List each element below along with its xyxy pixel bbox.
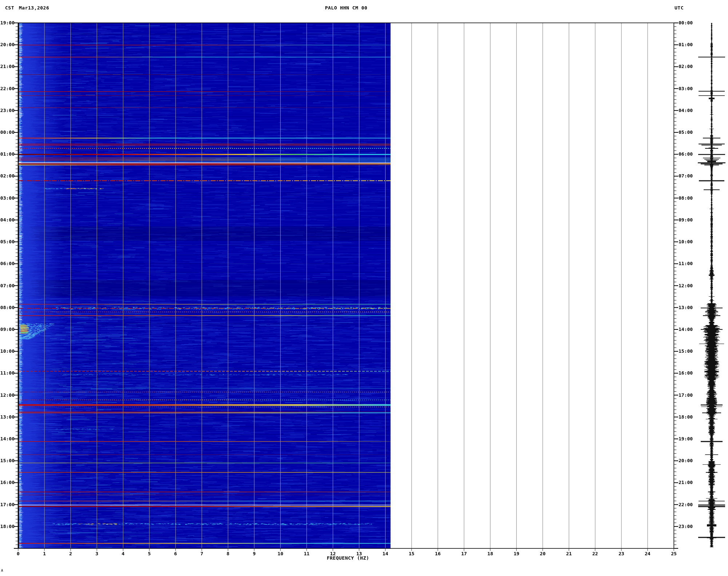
freq-tick-label: 14 xyxy=(383,551,388,556)
utc-hour-label: 21:00 xyxy=(679,480,693,485)
spectrogram-canvas xyxy=(0,0,728,576)
cst-hour-label: 17:00 xyxy=(0,502,15,507)
freq-tick-label: 21 xyxy=(566,551,572,556)
freq-tick-label: 18 xyxy=(487,551,493,556)
freq-tick-label: 5 xyxy=(148,551,151,556)
date-label: Mar13,2026 xyxy=(19,5,49,11)
cst-hour-label: 18:00 xyxy=(0,524,15,529)
cst-hour-label: 22:00 xyxy=(0,86,15,91)
spectrogram-page: CST Mar13,2026 PALO HHN CM 00 UTC 19:002… xyxy=(0,0,728,576)
utc-hour-label: 20:00 xyxy=(679,458,693,463)
utc-hour-label: 07:00 xyxy=(679,173,693,179)
cst-hour-label: 16:00 xyxy=(0,480,15,485)
station-title: PALO HHN CM 00 xyxy=(325,5,368,11)
utc-hour-label: 08:00 xyxy=(679,196,693,201)
freq-tick-label: 8 xyxy=(227,551,229,556)
utc-hour-label: 17:00 xyxy=(679,393,693,398)
cst-hour-label: 09:00 xyxy=(0,327,15,332)
utc-hour-label: 04:00 xyxy=(679,108,693,113)
cst-hour-label: 06:00 xyxy=(0,261,15,266)
cst-hour-label: 23:00 xyxy=(0,108,15,113)
cst-hour-label: 01:00 xyxy=(0,152,15,157)
freq-tick-label: 3 xyxy=(95,551,98,556)
freq-tick-label: 4 xyxy=(122,551,125,556)
freq-tick-label: 24 xyxy=(645,551,651,556)
cst-hour-label: 20:00 xyxy=(0,42,15,47)
cst-hour-label: 02:00 xyxy=(0,173,15,179)
freq-tick-label: 15 xyxy=(409,551,415,556)
utc-hour-label: 11:00 xyxy=(679,261,693,266)
freq-tick-label: 17 xyxy=(461,551,467,556)
cst-hour-label: 07:00 xyxy=(0,283,15,288)
utc-hour-label: 03:00 xyxy=(679,86,693,91)
utc-hour-label: 01:00 xyxy=(679,42,693,47)
utc-hour-label: 14:00 xyxy=(679,327,693,332)
freq-tick-label: 11 xyxy=(304,551,309,556)
utc-hour-label: 00:00 xyxy=(679,20,693,25)
cst-hour-label: 04:00 xyxy=(0,217,15,223)
utc-hour-label: 16:00 xyxy=(679,371,693,376)
utc-hour-label: 22:00 xyxy=(679,502,693,507)
cst-hour-label: 03:00 xyxy=(0,196,15,201)
freq-tick-label: 23 xyxy=(619,551,624,556)
utc-hour-label: 09:00 xyxy=(679,217,693,223)
cst-hour-label: 08:00 xyxy=(0,305,15,310)
freq-tick-label: 9 xyxy=(253,551,256,556)
cst-hour-label: 14:00 xyxy=(0,436,15,441)
timezone-right-label: UTC xyxy=(675,5,684,11)
cst-hour-label: 21:00 xyxy=(0,64,15,69)
freq-tick-label: 20 xyxy=(540,551,546,556)
utc-hour-label: 13:00 xyxy=(679,305,693,310)
cst-hour-label: 10:00 xyxy=(0,349,15,354)
freq-tick-label: 25 xyxy=(671,551,677,556)
freq-tick-label: 7 xyxy=(200,551,203,556)
freq-tick-label: 0 xyxy=(17,551,20,556)
freq-tick-label: 10 xyxy=(277,551,283,556)
freq-tick-label: 19 xyxy=(513,551,519,556)
utc-hour-label: 19:00 xyxy=(679,436,693,441)
utc-hour-label: 06:00 xyxy=(679,152,693,157)
cst-hour-label: 13:00 xyxy=(0,415,15,420)
cst-hour-label: 05:00 xyxy=(0,239,15,244)
freq-tick-label: 22 xyxy=(592,551,598,556)
timezone-left-label: CST xyxy=(5,5,14,11)
freq-tick-label: 16 xyxy=(435,551,441,556)
utc-hour-label: 02:00 xyxy=(679,64,693,69)
utc-hour-label: 12:00 xyxy=(679,283,693,288)
cst-hour-label: 19:00 xyxy=(0,20,15,25)
utc-hour-label: 18:00 xyxy=(679,415,693,420)
cst-hour-label: 00:00 xyxy=(0,130,15,135)
utc-hour-label: 15:00 xyxy=(679,349,693,354)
freq-tick-label: 1 xyxy=(43,551,46,556)
utc-hour-label: 10:00 xyxy=(679,239,693,244)
cst-hour-label: 12:00 xyxy=(0,393,15,398)
freq-tick-label: 2 xyxy=(69,551,72,556)
corner-artifact: A xyxy=(1,569,3,572)
frequency-axis-title: FREQUENCY (HZ) xyxy=(327,555,369,561)
freq-tick-label: 6 xyxy=(174,551,177,556)
cst-hour-label: 11:00 xyxy=(0,371,15,376)
utc-hour-label: 05:00 xyxy=(679,130,693,135)
utc-hour-label: 23:00 xyxy=(679,524,693,529)
cst-hour-label: 15:00 xyxy=(0,458,15,463)
